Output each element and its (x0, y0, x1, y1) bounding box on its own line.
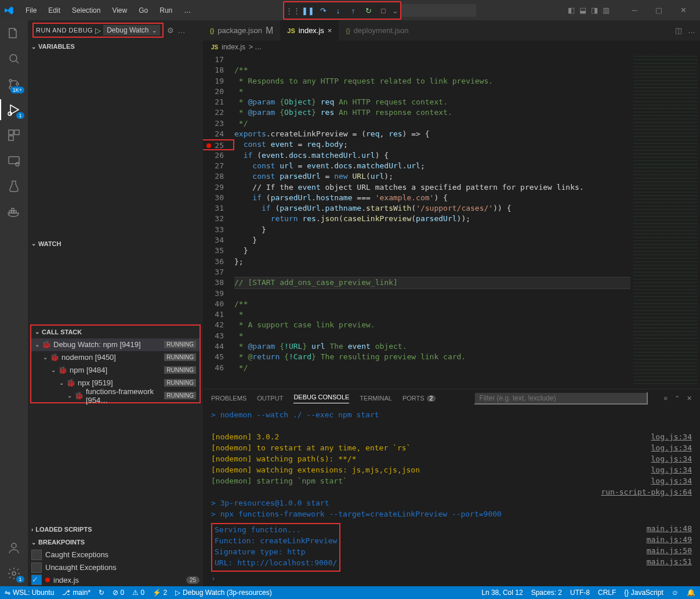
panel-tab-debug-console[interactable]: DEBUG CONSOLE (293, 394, 349, 403)
debug-target-chevron-icon[interactable]: ⌄ (391, 3, 399, 17)
console-source-link[interactable]: main.js:49 (647, 535, 692, 546)
drag-handle-icon[interactable]: ⋮⋮ (285, 3, 300, 17)
status-remote[interactable]: ⇋WSL: Ubuntu (5, 589, 54, 597)
step-over-icon[interactable]: ↷ (315, 3, 331, 17)
menu-run[interactable]: Run (155, 4, 177, 17)
activity-testing[interactable] (6, 178, 22, 194)
debug-toolbar: ⋮⋮ ❚❚ ↷ ↓ ↑ ↻ □ ⌄ (284, 2, 400, 19)
breakpoint-uncaught[interactable]: Uncaught Exceptions (28, 561, 203, 574)
start-debugging-icon[interactable]: ▷ (95, 26, 101, 35)
section-breakpoints[interactable]: ⌄BREAKPOINTS (28, 536, 203, 549)
callstack-item[interactable]: ⌄🐞nodemon [9450]RUNNING (31, 351, 200, 364)
console-source-link[interactable]: run-script-pkg.js:64 (601, 488, 692, 496)
status-feedback[interactable]: ☺ (672, 589, 679, 597)
console-source-link[interactable]: log.js:34 (651, 443, 692, 452)
activity-remote[interactable] (6, 153, 22, 169)
checkbox-icon[interactable] (31, 562, 42, 573)
panel-close-icon[interactable]: ✕ (687, 395, 692, 402)
status-encoding[interactable]: UTF-8 (570, 589, 590, 597)
activity-explorer[interactable] (6, 25, 22, 41)
activity-accounts[interactable] (6, 540, 22, 556)
debug-config-selector[interactable]: Debug Watch ⌄ (103, 25, 160, 35)
panel-tab-ports[interactable]: PORTS2 (402, 395, 436, 402)
callstack-item[interactable]: ⌄🐞functions-framework [954…RUNNING (31, 389, 200, 402)
callstack-item[interactable]: ⌄🐞npm [9484]RUNNING (31, 364, 200, 377)
editor-tab[interactable]: {}deployment.json (339, 20, 415, 41)
activity-settings[interactable]: 1 (6, 565, 22, 582)
window-maximize-icon[interactable]: ▢ (647, 2, 671, 19)
menu-file[interactable]: File (21, 4, 41, 17)
status-eol[interactable]: CRLF (598, 589, 616, 597)
section-watch[interactable]: ⌄WATCH (28, 237, 203, 250)
close-icon[interactable]: × (328, 26, 332, 35)
activity-source-control[interactable]: 1K+ (6, 76, 22, 92)
activity-extensions[interactable] (6, 127, 22, 143)
status-language[interactable]: {} JavaScript (624, 589, 663, 597)
menu-go[interactable]: Go (134, 4, 153, 17)
activity-search[interactable] (6, 50, 22, 67)
status-sync[interactable]: ↻ (99, 589, 104, 597)
menu-edit[interactable]: Edit (43, 4, 65, 17)
console-filter-input[interactable] (474, 392, 648, 405)
debug-console[interactable]: > nodemon --watch ./ --exec npm start [n… (203, 407, 700, 586)
customize-layout-icon[interactable]: ▥ (603, 6, 610, 15)
callstack-item[interactable]: ⌄🐞Debug Watch: npm [9419]RUNNING (31, 338, 200, 351)
breadcrumb[interactable]: JS index.js > … (203, 41, 700, 53)
console-settings-icon[interactable]: ≡ (664, 395, 668, 402)
activity-run-debug[interactable]: 1 (6, 102, 22, 118)
window-minimize-icon[interactable]: ─ (622, 2, 647, 19)
editor-code[interactable]: /** * Responds to any HTTP request relat… (234, 53, 630, 389)
stop-icon[interactable]: □ (376, 3, 391, 17)
section-variables[interactable]: ⌄VARIABLES (28, 40, 203, 53)
breakpoint-file[interactable]: ✓index.js25 (28, 573, 203, 586)
toggle-panel-icon[interactable]: ⬓ (579, 6, 586, 15)
console-source-link[interactable]: log.js:34 (651, 454, 692, 463)
menu-selection[interactable]: Selection (67, 4, 105, 17)
console-prompt[interactable]: › (211, 574, 692, 583)
bp-line-badge: 25 (186, 576, 200, 584)
console-source-link[interactable]: log.js:34 (651, 466, 692, 474)
editor-tab[interactable]: JSindex.js× (280, 20, 339, 41)
pause-icon[interactable]: ❚❚ (300, 3, 315, 17)
step-out-icon[interactable]: ↑ (346, 3, 361, 17)
toggle-sidebar-left-icon[interactable]: ◧ (568, 6, 575, 15)
panel-maximize-icon[interactable]: ⌃ (674, 395, 680, 402)
checkbox-icon[interactable] (31, 550, 42, 560)
activity-docker[interactable] (6, 204, 22, 220)
breakpoint-dot-icon (45, 578, 50, 582)
split-editor-icon[interactable]: ◫ (675, 26, 682, 35)
status-errors[interactable]: ⊘ 0 (113, 589, 124, 597)
section-loaded-scripts[interactable]: ›LOADED SCRIPTS (28, 524, 203, 536)
console-source-link[interactable]: main.js:50 (647, 546, 692, 557)
console-source-link[interactable]: main.js:48 (647, 524, 692, 535)
minimap[interactable] (630, 53, 700, 389)
window-close-icon[interactable]: ✕ (671, 2, 695, 19)
status-debug[interactable]: ▷Debug Watch (3p-resources) (175, 589, 272, 597)
editor-more-icon[interactable]: … (688, 26, 695, 35)
breakpoint-caught[interactable]: Caught Exceptions (28, 549, 203, 561)
panel-tab-output[interactable]: OUTPUT (257, 395, 283, 402)
status-spaces[interactable]: Spaces: 2 (531, 589, 562, 597)
editor-tab[interactable]: {}package.jsonM (203, 20, 280, 41)
panel-tab-problems[interactable]: PROBLEMS (211, 395, 246, 402)
checkbox-checked-icon[interactable]: ✓ (31, 575, 42, 585)
status-lncol[interactable]: Ln 38, Col 12 (481, 589, 523, 597)
step-into-icon[interactable]: ↓ (331, 3, 346, 17)
menu-more[interactable]: … (179, 4, 195, 17)
more-icon[interactable]: … (177, 26, 185, 35)
editor-gutter[interactable]: 1718192021222324252627282930313233343536… (203, 53, 234, 389)
menu-view[interactable]: View (107, 4, 132, 17)
section-callstack[interactable]: ⌄CALL STACK (31, 326, 200, 338)
toggle-sidebar-right-icon[interactable]: ◨ (591, 6, 598, 15)
panel-tab-terminal[interactable]: TERMINAL (360, 395, 392, 402)
gear-icon[interactable]: ⚙ (167, 26, 174, 35)
console-source-link[interactable]: log.js:34 (651, 477, 692, 485)
restart-icon[interactable]: ↻ (361, 3, 376, 17)
status-branch[interactable]: ⎇main* (62, 589, 90, 597)
status-ports[interactable]: ⚡ 2 (153, 589, 167, 597)
console-source-link[interactable]: log.js:34 (651, 432, 692, 441)
editor[interactable]: 1718192021222324252627282930313233343536… (203, 53, 700, 389)
console-source-link[interactable]: main.js:51 (647, 557, 692, 568)
status-notifications[interactable]: 🔔 (687, 589, 695, 597)
status-warnings[interactable]: ⚠ 0 (132, 589, 144, 597)
